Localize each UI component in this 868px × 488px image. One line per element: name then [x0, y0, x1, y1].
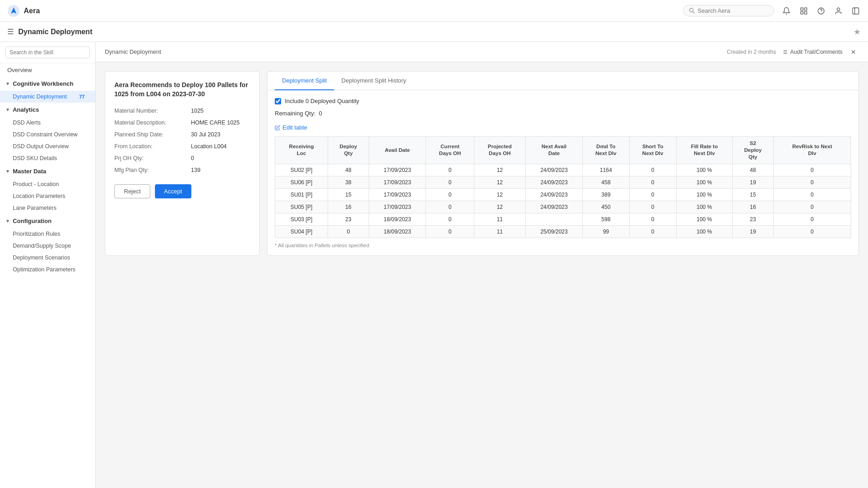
- audit-trail-button[interactable]: Audit Trail/Comments: [781, 49, 842, 55]
- sidebar-item-product-location[interactable]: Product - Location: [0, 178, 95, 190]
- table-cell: 389: [583, 188, 629, 201]
- tab-deployment-split[interactable]: Deployment Split: [275, 72, 334, 90]
- sidebar-group-master-data[interactable]: ▼ Master Data: [0, 164, 95, 178]
- table-cell: 0: [426, 188, 474, 201]
- table-cell: SU05 [P]: [275, 201, 328, 213]
- table-cell: 0: [629, 188, 676, 201]
- sidebar-section-cognitive: ▼ Cognitive Workbench Dynamic Deployment…: [0, 77, 95, 103]
- table-cell: 16: [328, 201, 369, 213]
- sidebar-item-dynamic-deployment-badge: 77: [76, 93, 88, 100]
- include-zero-row: Include 0 Deployed Quantity: [275, 98, 851, 104]
- sidebar-overview-label: Overview: [7, 67, 32, 73]
- pencil-icon: [275, 125, 280, 130]
- sidebar-item-optimization-parameters[interactable]: Optimization Parameters: [0, 264, 95, 275]
- list-icon: [781, 49, 788, 55]
- global-search[interactable]: [683, 5, 774, 16]
- table-cell: 17/09/2023: [369, 164, 426, 176]
- deployment-split-panel: Deployment Split Deployment Split Histor…: [267, 71, 859, 256]
- col-rev-risk: RevRisk to NextDlv: [773, 137, 851, 164]
- table-cell: 0: [426, 164, 474, 176]
- table-cell: 17/09/2023: [369, 188, 426, 201]
- col-projected-days-oh: ProjectedDays OH: [474, 137, 525, 164]
- sidebar-item-dsd-sku[interactable]: DSD SKU Details: [0, 152, 95, 164]
- table-cell: 0: [629, 176, 676, 188]
- chevron-down-icon-master: ▼: [5, 169, 10, 174]
- sidebar-group-configuration[interactable]: ▼ Configuration: [0, 214, 95, 228]
- mfg-plan-label: Mfg Plan Qty:: [114, 167, 187, 173]
- sidebar-group-master-data-label: Master Data: [13, 168, 46, 175]
- notifications-icon[interactable]: [781, 6, 791, 16]
- tab-deployment-split-history[interactable]: Deployment Split History: [334, 72, 413, 90]
- sidebar-item-demand-supply[interactable]: Demand/Supply Scope: [0, 240, 95, 252]
- material-desc-value: HOME CARE 1025: [191, 119, 240, 126]
- table-cell: 24/09/2023: [525, 176, 582, 188]
- content-header-right: Created in 2 months Audit Trail/Comments…: [727, 47, 859, 57]
- sidebar-item-dsd-sku-label: DSD SKU Details: [13, 155, 57, 161]
- table-cell: 598: [583, 213, 629, 225]
- sidebar-group-cognitive-workbench[interactable]: ▼ Cognitive Workbench: [0, 77, 95, 91]
- content-area: Dynamic Deployment Created in 2 months A…: [96, 42, 868, 488]
- sidebar-item-overview[interactable]: Overview: [0, 63, 95, 77]
- recommendation-title: Aera Recommends to Deploy 100 Pallets fo…: [114, 81, 250, 99]
- close-button[interactable]: ✕: [848, 47, 859, 57]
- col-next-avail-date: Next AvailDate: [525, 137, 582, 164]
- material-desc-label: Material Description:: [114, 119, 187, 126]
- tab-content: Include 0 Deployed Quantity Remaining Qt…: [267, 90, 858, 255]
- accept-button[interactable]: Accept: [155, 184, 191, 198]
- reject-button[interactable]: Reject: [114, 184, 150, 198]
- sidebar-section-overview: Overview: [0, 63, 95, 77]
- content-header: Dynamic Deployment Created in 2 months A…: [96, 42, 868, 62]
- sidebar-toggle-icon[interactable]: [851, 6, 861, 16]
- col-avail-date: Avail Date: [369, 137, 426, 164]
- audit-trail-label: Audit Trail/Comments: [790, 49, 842, 55]
- sidebar-group-analytics[interactable]: ▼ Analytics: [0, 103, 95, 117]
- sidebar-item-dsd-alerts[interactable]: DSD Alerts: [0, 117, 95, 129]
- table-cell: 100 %: [676, 164, 732, 176]
- table-cell: 0: [773, 201, 851, 213]
- table-cell: 0: [629, 201, 676, 213]
- tab-deployment-split-label: Deployment Split: [282, 77, 327, 84]
- grid-icon[interactable]: [799, 6, 809, 16]
- breadcrumb: Dynamic Deployment: [105, 48, 161, 55]
- table-cell: 450: [583, 201, 629, 213]
- include-zero-label: Include 0 Deployed Quantity: [285, 98, 359, 104]
- sidebar-item-location-parameters[interactable]: Location Parameters: [0, 190, 95, 202]
- edit-table-label: Edit table: [282, 124, 307, 131]
- from-location-value: Location L004: [191, 143, 227, 150]
- table-cell: 11: [474, 225, 525, 238]
- sidebar: Overview ▼ Cognitive Workbench Dynamic D…: [0, 42, 96, 488]
- chevron-down-icon: ▼: [5, 81, 10, 86]
- prj-oh-value: 0: [191, 155, 194, 161]
- table-cell: 18/09/2023: [369, 225, 426, 238]
- table-cell: SU02 [P]: [275, 164, 328, 176]
- sidebar-group-configuration-label: Configuration: [13, 218, 51, 224]
- table-cell: 0: [773, 188, 851, 201]
- sidebar-item-dynamic-deployment-label: Dynamic Deployment: [13, 93, 67, 100]
- sidebar-item-dsd-output[interactable]: DSD Output Overview: [0, 140, 95, 152]
- sidebar-item-lane-parameters[interactable]: Lane Parameters: [0, 202, 95, 214]
- sidebar-search-input[interactable]: [5, 47, 90, 58]
- table-cell: 12: [474, 176, 525, 188]
- table-cell: 12: [474, 201, 525, 213]
- sidebar-item-prioritization-rules[interactable]: Prioritization Rules: [0, 228, 95, 240]
- sidebar-item-dsd-constraint[interactable]: DSD Constraint Overview: [0, 129, 95, 140]
- global-search-input[interactable]: [698, 7, 766, 14]
- table-cell: 19: [732, 176, 773, 188]
- remaining-qty: Remaining Qty: 0: [275, 110, 851, 117]
- menu-icon[interactable]: ☰: [7, 27, 14, 36]
- sidebar-item-dynamic-deployment[interactable]: Dynamic Deployment 77: [0, 91, 95, 103]
- help-icon[interactable]: [816, 6, 826, 16]
- table-cell: 15: [732, 188, 773, 201]
- mfg-plan-value: 139: [191, 167, 200, 173]
- sidebar-item-optimization-parameters-label: Optimization Parameters: [13, 266, 76, 273]
- sidebar-item-deployment-scenarios[interactable]: Deployment Scenarios: [0, 252, 95, 264]
- table-cell: SU03 [P]: [275, 213, 328, 225]
- user-icon[interactable]: [833, 6, 843, 16]
- favorite-icon[interactable]: ★: [853, 27, 861, 37]
- include-zero-checkbox[interactable]: [275, 98, 281, 104]
- table-cell: 100 %: [676, 213, 732, 225]
- table-cell: 0: [629, 164, 676, 176]
- sidebar-section-configuration: ▼ Configuration Prioritization Rules Dem…: [0, 214, 95, 275]
- edit-table-button[interactable]: Edit table: [275, 124, 307, 131]
- svg-rect-4: [805, 8, 807, 10]
